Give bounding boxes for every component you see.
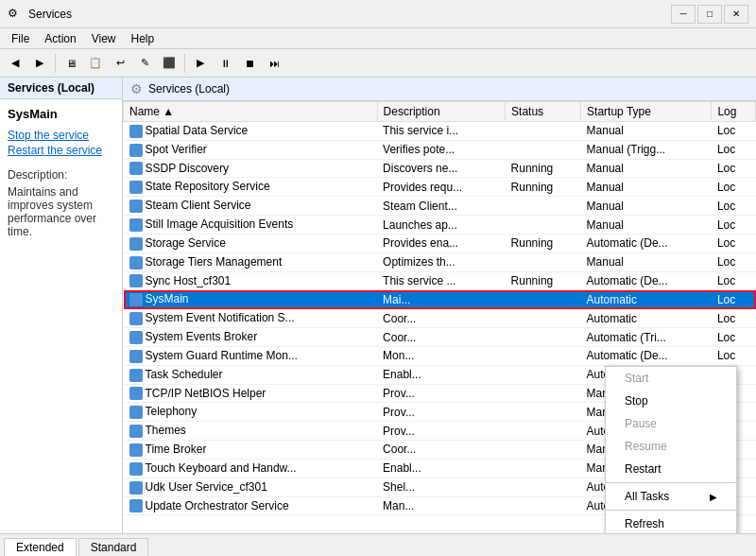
service-startup-type: Automatic xyxy=(581,309,712,328)
menu-item-help[interactable]: Help xyxy=(124,30,163,47)
service-log: Loc xyxy=(712,197,756,216)
toolbar-btn-4[interactable]: ✎ xyxy=(133,53,156,74)
service-status xyxy=(506,384,581,403)
table-row[interactable]: System Event Notification S...Coor...Aut… xyxy=(124,309,756,328)
stop-button[interactable]: ⏹ xyxy=(238,53,261,74)
service-log: Loc xyxy=(712,328,756,347)
service-log: Loc xyxy=(712,252,756,271)
service-description: Verifies pote... xyxy=(377,140,506,159)
back-button[interactable]: ◀ xyxy=(4,53,26,74)
pause-button[interactable]: ⏸ xyxy=(214,53,236,74)
service-icon xyxy=(129,406,143,419)
service-description: Discovers ne... xyxy=(377,159,506,178)
context-menu-item-label: Restart xyxy=(625,462,662,476)
service-icon xyxy=(129,237,143,251)
service-description: Provides requ... xyxy=(377,178,506,197)
service-status xyxy=(506,496,581,515)
tab-standard[interactable]: Standard xyxy=(78,538,149,556)
right-panel-header-text: Services (Local) xyxy=(148,82,230,96)
app-icon: ⚙ xyxy=(8,7,23,22)
restart-button[interactable]: ⏭ xyxy=(263,53,285,74)
service-log: Loc xyxy=(712,346,756,365)
col-log[interactable]: Log xyxy=(712,102,756,122)
title-bar-text: Services xyxy=(28,8,671,21)
close-button[interactable]: ✕ xyxy=(724,5,748,24)
service-log: Loc xyxy=(712,271,756,290)
maximize-button[interactable]: □ xyxy=(697,5,722,24)
service-name: Touch Keyboard and Handw... xyxy=(124,459,378,478)
service-name: System Events Broker xyxy=(124,328,378,347)
menu-item-view[interactable]: View xyxy=(84,30,124,47)
forward-button[interactable]: ▶ xyxy=(28,53,51,74)
service-log: Loc xyxy=(712,216,756,235)
service-name: State Repository Service xyxy=(124,178,378,197)
service-description: Provides ena... xyxy=(377,234,506,252)
tab-extended[interactable]: Extended xyxy=(4,538,77,556)
table-row[interactable]: Storage ServiceProvides ena...RunningAut… xyxy=(124,234,756,252)
context-menu-item-stop[interactable]: Stop xyxy=(606,390,736,412)
service-status xyxy=(506,290,581,309)
service-status xyxy=(506,216,581,235)
service-startup-type: Manual xyxy=(581,122,712,141)
table-row[interactable]: SSDP DiscoveryDiscovers ne...RunningManu… xyxy=(124,159,756,178)
service-name: SysMain xyxy=(124,290,378,309)
service-startup-type: Automatic xyxy=(581,290,712,309)
left-panel-header-text: Services (Local) xyxy=(8,81,94,95)
service-icon xyxy=(129,350,143,363)
context-menu-item-all-tasks[interactable]: All Tasks▶ xyxy=(606,485,736,508)
table-row[interactable]: SysMainMai...AutomaticLoc xyxy=(124,290,756,309)
service-startup-type: Manual xyxy=(581,159,712,178)
table-row[interactable]: System Guard Runtime Mon...Mon...Automat… xyxy=(124,346,756,365)
toolbar-btn-1[interactable]: 🖥 xyxy=(60,53,82,74)
service-name: Udk User Service_cf301 xyxy=(124,478,378,496)
service-icon xyxy=(129,425,143,438)
service-description: Shel... xyxy=(377,478,506,496)
service-description: Man... xyxy=(377,496,506,515)
service-description: Enabl... xyxy=(377,459,506,478)
description-text: Maintains and improves system performanc… xyxy=(8,185,114,238)
play-button[interactable]: ▶ xyxy=(189,53,212,74)
minimize-button[interactable]: ─ xyxy=(671,5,696,24)
toolbar-btn-3[interactable]: ↩ xyxy=(109,53,131,74)
col-name[interactable]: Name ▲ xyxy=(124,102,378,122)
service-description: Enabl... xyxy=(377,365,506,384)
title-bar-controls: ─ □ ✕ xyxy=(671,5,748,24)
title-bar: ⚙ Services ─ □ ✕ xyxy=(0,0,756,28)
stop-service-link[interactable]: Stop the service xyxy=(8,129,114,142)
col-status[interactable]: Status xyxy=(506,102,581,122)
table-row[interactable]: Still Image Acquisition EventsLaunches a… xyxy=(124,216,756,235)
service-name: SSDP Discovery xyxy=(124,159,378,178)
restart-service-link[interactable]: Restart the service xyxy=(8,144,114,157)
main-container: Services (Local) SysMain Stop the servic… xyxy=(0,78,756,533)
service-name: Time Broker xyxy=(124,441,378,460)
table-row[interactable]: Spot VerifierVerifies pote...Manual (Tri… xyxy=(124,140,756,159)
service-name: System Guard Runtime Mon... xyxy=(124,346,378,365)
context-menu-item-label: Refresh xyxy=(625,517,664,530)
service-description: This service ... xyxy=(377,271,506,290)
service-name: Themes xyxy=(124,422,378,441)
context-menu-item-restart[interactable]: Restart xyxy=(606,458,736,480)
service-status xyxy=(506,122,581,141)
service-description: Prov... xyxy=(377,403,506,422)
table-row[interactable]: State Repository ServiceProvides requ...… xyxy=(124,178,756,197)
service-status xyxy=(506,197,581,216)
toolbar-btn-5[interactable]: ⬛ xyxy=(158,53,180,74)
table-row[interactable]: Sync Host_cf301This service ...RunningAu… xyxy=(124,271,756,290)
context-menu-item-pause: Pause xyxy=(606,412,736,435)
table-row[interactable]: System Events BrokerCoor...Automatic (Tr… xyxy=(124,328,756,347)
col-description[interactable]: Description xyxy=(377,102,506,122)
service-description: Launches ap... xyxy=(377,216,506,235)
left-panel-header: Services (Local) xyxy=(0,78,122,99)
menu-item-file[interactable]: File xyxy=(4,30,37,47)
col-startup-type[interactable]: Startup Type xyxy=(581,102,712,122)
menu-item-action[interactable]: Action xyxy=(37,30,83,47)
service-status: Running xyxy=(506,234,581,252)
table-row[interactable]: Spatial Data ServiceThis service i...Man… xyxy=(124,122,756,141)
table-row[interactable]: Steam Client ServiceSteam Client...Manua… xyxy=(124,197,756,216)
table-row[interactable]: Storage Tiers ManagementOptimizes th...M… xyxy=(124,252,756,271)
service-status xyxy=(506,328,581,347)
service-status xyxy=(506,365,581,384)
context-menu-item-refresh[interactable]: Refresh xyxy=(606,513,736,533)
toolbar-btn-2[interactable]: 📋 xyxy=(84,53,107,74)
context-menu-item-label: All Tasks xyxy=(625,490,669,503)
